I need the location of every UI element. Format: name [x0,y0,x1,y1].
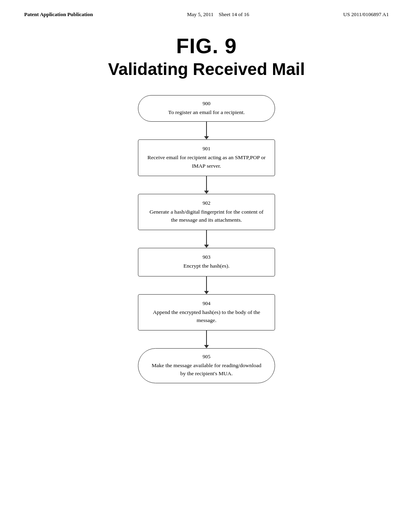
node-900-number: 900 [150,100,263,107]
node-905-number: 905 [150,353,263,360]
arrow-904-905 [204,330,209,348]
node-903: 903 Encrypt the hash(es). [138,248,275,276]
node-900: 900 To register an email for a recipient… [138,95,275,122]
arrow-901-902 [204,176,209,194]
fig-subtitle: Validating Received Mail [0,60,413,79]
arrow-line [206,230,207,245]
node-904-number: 904 [146,300,267,307]
arrow-line [206,330,207,345]
node-905-text: Make the message available for reading/d… [152,362,261,376]
publication-label: Patent Application Publication [24,11,93,18]
arrow-head [204,191,209,194]
node-904: 904 Append the encrypted hash(es) to the… [138,294,275,331]
node-901: 901 Receive email for recipient acting a… [138,139,275,176]
fig-number: FIG. 9 [0,34,413,58]
arrow-900-901 [204,122,209,139]
node-900-text: To register an email for a recipient. [168,109,245,115]
node-903-number: 903 [146,254,267,260]
node-901-number: 901 [146,145,267,152]
arrow-head [204,291,209,294]
arrow-902-903 [204,230,209,248]
date-label: May 5, 2011 Sheet 14 of 16 [187,11,249,18]
arrow-line [206,276,207,291]
page-header: Patent Application Publication May 5, 20… [0,0,413,18]
patent-number: US 2011/0106897 A1 [343,11,389,18]
node-903-text: Encrypt the hash(es). [184,263,229,269]
flowchart: 900 To register an email for a recipient… [0,95,413,383]
arrow-line [206,176,207,191]
node-902: 902 Generate a hash/digital fingerprint … [138,194,275,231]
node-901-text: Receive email for recipient acting as an… [147,154,265,168]
node-902-text: Generate a hash/digital fingerprint for … [150,209,263,223]
arrow-903-904 [204,276,209,294]
arrow-head [204,345,209,348]
arrow-head [204,136,209,139]
arrow-head [204,245,209,248]
node-902-number: 902 [146,200,267,206]
node-905: 905 Make the message available for readi… [138,348,275,383]
arrow-line [206,122,207,136]
figure-title: FIG. 9 Validating Received Mail [0,34,413,79]
node-904-text: Append the encrypted hash(es) to the bod… [153,309,260,323]
